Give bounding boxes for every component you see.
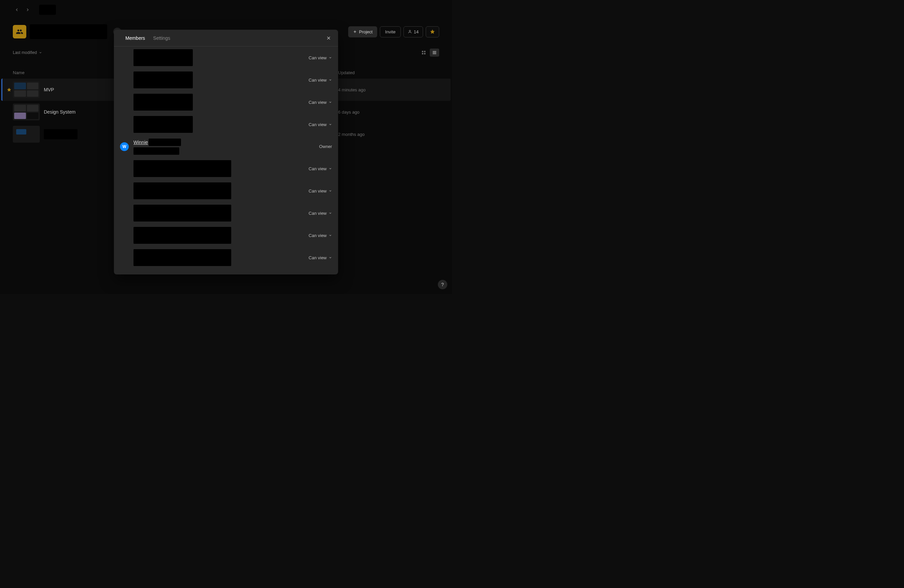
permission-dropdown[interactable]: Can view (309, 188, 332, 193)
member-name-redacted (133, 182, 231, 199)
member-row: WWinnieOwner (120, 136, 332, 158)
chevron-down-icon (329, 78, 332, 82)
member-email-redacted (133, 147, 179, 155)
permission-owner-label: Owner (319, 144, 332, 149)
permission-label: Can view (309, 122, 327, 127)
member-name-redacted (133, 94, 193, 111)
permission-label: Can view (309, 55, 327, 60)
modal-backdrop[interactable]: Members Settings Can viewCan viewCan vie… (0, 0, 452, 294)
chevron-down-icon (329, 212, 332, 215)
permission-dropdown[interactable]: Can view (309, 55, 332, 60)
help-icon: ? (441, 282, 444, 287)
member-row: Can view (120, 113, 332, 136)
permission-dropdown[interactable]: Can view (309, 211, 332, 216)
member-name-redacted (133, 249, 231, 266)
permission-label: Can view (309, 77, 327, 82)
member-name[interactable]: Winnie (133, 139, 148, 145)
members-modal: Members Settings Can viewCan viewCan vie… (114, 30, 338, 275)
member-name-redacted (133, 205, 231, 221)
permission-label: Can view (309, 211, 327, 216)
member-name-redacted (133, 71, 193, 89)
member-row: Can view (120, 46, 332, 69)
member-row: Can view (120, 224, 332, 247)
chevron-down-icon (329, 256, 332, 259)
chevron-down-icon (329, 189, 332, 193)
chevron-down-icon (329, 167, 332, 170)
permission-label: Can view (309, 166, 327, 171)
permission-dropdown[interactable]: Can view (309, 255, 332, 260)
member-name-redacted (149, 139, 181, 146)
member-row: Can view (120, 247, 332, 269)
permission-label: Can view (309, 188, 327, 193)
member-row: Can view (120, 69, 332, 91)
chevron-down-icon (329, 101, 332, 104)
tab-settings[interactable]: Settings (153, 30, 170, 46)
avatar: W (120, 142, 129, 151)
permission-label: Can view (309, 100, 327, 105)
close-icon[interactable] (325, 34, 333, 42)
member-row: Can view (120, 202, 332, 224)
permission-label: Can view (309, 233, 327, 238)
chevron-down-icon (329, 234, 332, 237)
permission-dropdown[interactable]: Can view (309, 122, 332, 127)
help-button[interactable]: ? (438, 280, 447, 289)
member-row: Can view (120, 180, 332, 202)
member-name-redacted (133, 227, 231, 244)
permission-dropdown[interactable]: Can view (309, 166, 332, 171)
permission-dropdown[interactable]: Can view (309, 100, 332, 105)
chevron-down-icon (329, 123, 332, 126)
member-name-redacted (133, 116, 193, 133)
permission-dropdown[interactable]: Can view (309, 77, 332, 82)
permission-label: Can view (309, 255, 327, 260)
chevron-down-icon (329, 56, 332, 59)
member-name-redacted (133, 49, 193, 66)
tab-members[interactable]: Members (125, 30, 145, 46)
permission-dropdown[interactable]: Can view (309, 233, 332, 238)
member-name-redacted (133, 160, 231, 177)
member-row: Can view (120, 91, 332, 113)
member-row: Can view (120, 158, 332, 180)
